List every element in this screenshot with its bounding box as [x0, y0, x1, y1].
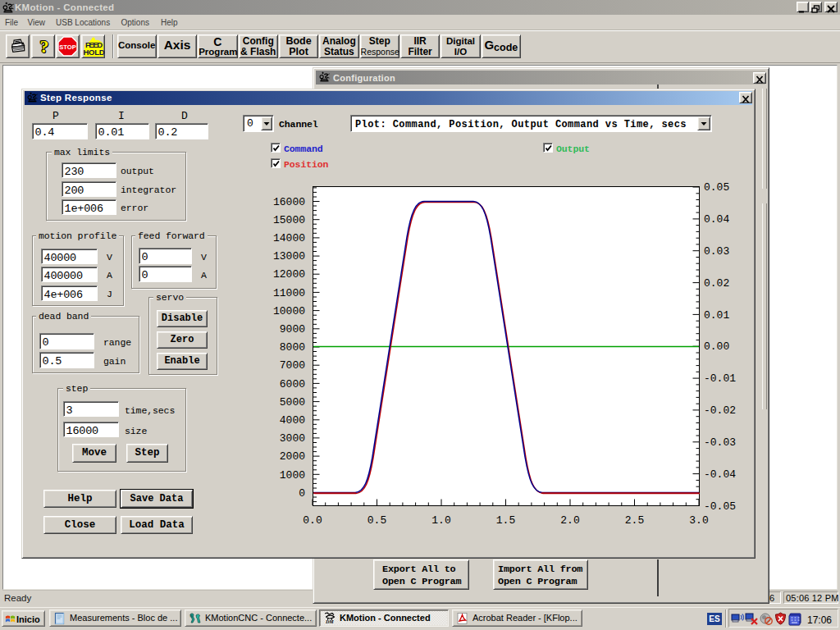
- svg-text:3.0: 3.0: [689, 514, 708, 527]
- svg-text:3000: 3000: [280, 432, 305, 445]
- svg-text:0: 0: [299, 487, 305, 500]
- svg-text:%: %: [189, 614, 193, 619]
- svg-text:9000: 9000: [280, 323, 305, 336]
- svg-text:16000: 16000: [273, 196, 305, 208]
- svg-text:0.00: 0.00: [704, 340, 729, 353]
- svg-text:0.05: 0.05: [704, 181, 729, 194]
- svg-text:HOLD: HOLD: [84, 48, 105, 57]
- svg-text:1.0: 1.0: [431, 514, 450, 527]
- svg-text:0.04: 0.04: [704, 213, 729, 226]
- svg-text:12000: 12000: [273, 268, 305, 281]
- svg-text:DM: DM: [325, 619, 334, 624]
- svg-text:-0.02: -0.02: [704, 404, 736, 417]
- svg-text:-0.04: -0.04: [704, 468, 736, 481]
- svg-text:0.01: 0.01: [704, 309, 729, 322]
- svg-text:14000: 14000: [273, 232, 305, 244]
- svg-text:15000: 15000: [273, 214, 305, 226]
- svg-text:2000: 2000: [280, 450, 305, 463]
- svg-text:0.0: 0.0: [303, 514, 322, 527]
- svg-text:STOP: STOP: [59, 43, 76, 51]
- svg-text:2.5: 2.5: [625, 514, 644, 527]
- svg-text:6000: 6000: [280, 378, 305, 390]
- svg-text:0.02: 0.02: [704, 277, 729, 290]
- svg-text:5000: 5000: [280, 396, 305, 409]
- svg-text:-0.05: -0.05: [704, 500, 736, 513]
- svg-text:13000: 13000: [273, 250, 305, 262]
- svg-text:-0.01: -0.01: [704, 372, 736, 385]
- svg-text:7000: 7000: [280, 359, 305, 372]
- svg-text:0.5: 0.5: [368, 514, 386, 527]
- svg-text:4000: 4000: [280, 414, 305, 427]
- svg-text:10000: 10000: [273, 305, 305, 317]
- svg-text:8000: 8000: [280, 341, 305, 354]
- svg-text:0.03: 0.03: [704, 245, 729, 258]
- svg-text:2.0: 2.0: [560, 514, 579, 527]
- svg-text:-0.03: -0.03: [704, 436, 736, 449]
- svg-text:11000: 11000: [273, 287, 305, 299]
- svg-text:1.5: 1.5: [496, 514, 515, 527]
- svg-text:1000: 1000: [280, 469, 305, 482]
